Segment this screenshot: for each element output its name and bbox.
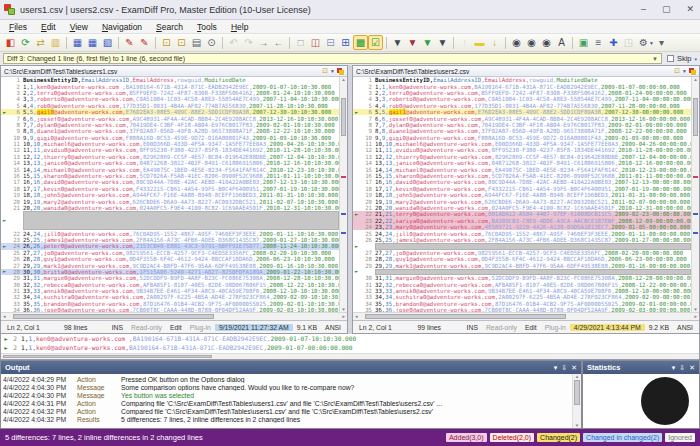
scroll-left-icon[interactable]: ◄ xyxy=(2,314,6,319)
csv-line[interactable]: 1211,11,ovidiu0@adventure-works.com,0FF9… xyxy=(353,147,691,153)
menu-files[interactable]: Files xyxy=(2,22,34,32)
current-diff-combobox[interactable]: Diff 3: Changed 1 line (6, first file) t… xyxy=(3,53,662,64)
csv-line[interactable]: 1312,12,thierry0@adventure-works.com,829… xyxy=(1,154,339,160)
panel-pin-icon[interactable]: ⇩ xyxy=(679,364,685,372)
save-first-icon[interactable]: ▦ xyxy=(85,35,100,50)
header-dropdown-icon[interactable]: ▼ xyxy=(330,68,335,74)
csv-line[interactable]: ►21,1,ken0@adventure-works.com,BA190164-… xyxy=(1,343,699,352)
menu-help[interactable]: Help xyxy=(224,22,255,32)
csv-line[interactable]: 32,2,terri0@adventure-works.com,B5FF9EFD… xyxy=(1,90,339,96)
csv-line[interactable]: 2628,28,guy1@adventure-works.com,0D4F355… xyxy=(1,256,339,262)
csv-line[interactable]: 3032,32,rebecca0@adventure-works.com,AFB… xyxy=(1,282,339,288)
csv-line[interactable]: 1817,17,kevin0@adventure-works.com,F4332… xyxy=(1,186,339,192)
csv-line[interactable]: 2120,20,wanida0@adventure-works.com,024A… xyxy=(353,205,691,211)
header-dropdown-icon[interactable]: ▼ xyxy=(682,68,687,74)
output-log-row[interactable]: 4/4/2022 4:04:30 PMMessageSome compariso… xyxy=(3,383,571,391)
scroll-right-icon[interactable]: ► xyxy=(342,314,346,319)
csv-line[interactable]: 2727,27,jo0@adventure-works.com,98259561… xyxy=(353,250,691,256)
find-icon[interactable]: ◉ xyxy=(509,35,524,50)
scroll-up-icon[interactable]: ▲ xyxy=(340,77,347,82)
menu-view[interactable]: View xyxy=(63,22,95,32)
output-log-row[interactable]: 4/4/2022 4:04:32 PMActionCompared file '… xyxy=(3,407,571,415)
panel-close-icon[interactable]: ✕ xyxy=(689,364,695,372)
combo-dropdown-icon[interactable]: ▼ xyxy=(652,56,658,62)
csv-line[interactable]: 2931,31,margie0@adventure-works.com,52DC… xyxy=(1,275,339,281)
csv-line[interactable]: ►2221,21,terry0@adventure-works.com,001A… xyxy=(353,211,691,217)
csv-line[interactable]: ►2830,30,britta0@adventure-works.com,1F5… xyxy=(1,269,339,275)
next-diff-icon[interactable]: → xyxy=(256,35,271,50)
edit-first-file-icon[interactable]: ✎ xyxy=(122,35,137,50)
csv-line[interactable]: 1918,18,john5@adventure-works.com,A944FC… xyxy=(1,192,339,198)
plugins-icon[interactable]: ✚ xyxy=(606,35,621,50)
csv-line[interactable]: 21,1,ken0@adventure-works.com ,BA190164-… xyxy=(1,83,339,89)
panel-menu-icon[interactable]: ▾ xyxy=(672,364,676,372)
csv-line[interactable]: ►2426,26,peter0@adventure-works.com,2153… xyxy=(1,243,339,249)
csv-line[interactable]: 2729,29,mark1@adventure-works.com,9C9D2A… xyxy=(1,262,339,268)
skip-dropdown-icon[interactable]: ▾ xyxy=(694,56,697,62)
missing-lines-gap[interactable]: ► xyxy=(1,211,339,230)
csv-line[interactable]: 1918,18,john5@adventure-works.com,A944FC… xyxy=(353,192,691,198)
scroll-up-icon[interactable]: ▲ xyxy=(692,77,699,82)
close-button[interactable]: ✕ xyxy=(686,5,694,14)
output-log-row[interactable]: 4/4/2022 4:04:29 PMActionPressed OK butt… xyxy=(3,375,571,383)
filter-edit-icon[interactable]: ▼ xyxy=(435,35,450,50)
csv-line[interactable]: 1BusinessEntityID,EmailAddressID,EmailAd… xyxy=(353,77,691,83)
scroll-left-icon[interactable]: ◄ xyxy=(354,314,358,319)
filter-include-icon[interactable]: ▼ xyxy=(420,35,435,50)
panel-close-icon[interactable]: ✕ xyxy=(571,364,577,372)
layout-split-icon[interactable]: ⊟ xyxy=(323,35,338,50)
csv-line[interactable]: 3133,33,annik0@adventure-works.com,9B34B… xyxy=(1,288,339,294)
recompare-icon[interactable]: ⟳ xyxy=(18,35,33,50)
scroll-right-icon[interactable]: ► xyxy=(694,314,698,319)
csv-line[interactable]: ►21,1,ken0@adventure-works.com ,BA190164… xyxy=(1,334,699,343)
panel-menu-icon[interactable]: ▾ xyxy=(554,364,558,372)
csv-line[interactable]: 1716,16,david0@adventure-works.com,80C9D… xyxy=(353,179,691,185)
first-file-header[interactable]: C:\Src\ExamDiff\Test\Tables\users1.csv ⊡… xyxy=(1,66,347,77)
csv-line[interactable]: 1413,13,janice0@adventure-works.com,0487… xyxy=(1,160,339,166)
output-log-row[interactable]: 4/4/2022 4:04:32 PMResults5 differences:… xyxy=(3,415,571,423)
maximize-button[interactable]: ▢ xyxy=(662,5,671,14)
filter-exclude-icon[interactable]: ▼ xyxy=(405,35,420,50)
skip-checkbox[interactable] xyxy=(667,55,674,62)
save-all-icon[interactable]: ▧ xyxy=(100,35,115,50)
output-log-row[interactable]: 4/4/2022 4:04:30 PMMessageYes button was… xyxy=(3,391,571,399)
csv-line[interactable]: 1211,11,ovidiu0@adventure-works.com,0FF9… xyxy=(1,147,339,153)
csv-line[interactable]: 54,4,rob0@adventure-works.com,177D35D1-0… xyxy=(1,103,339,109)
csv-line[interactable]: 1514,14,michael0@adventure-works.com,EA4… xyxy=(353,166,691,172)
output-log-row[interactable]: 4/4/2022 4:04:31 PMActionComparing file … xyxy=(3,399,571,407)
print-icon[interactable]: ▤ xyxy=(189,35,204,50)
second-file-header[interactable]: C:\Src\ExamDiff\Test\Tables\users2.csv ⊡… xyxy=(353,66,699,77)
inspector-scrollbar[interactable] xyxy=(1,353,699,359)
swap-panes-icon[interactable]: ⇄ xyxy=(33,35,48,50)
first-horizontal-scrollbar[interactable]: ◄ ► xyxy=(1,312,347,320)
copy-block-icon[interactable]: ▬ xyxy=(472,35,487,50)
csv-line[interactable]: 3334,34,suchitra0@adventure-works.com,2A… xyxy=(353,294,691,300)
csv-line[interactable]: 32,2,terri0@adventure-works.com,B5FF9EFD… xyxy=(353,90,691,96)
copy-down-icon[interactable]: ↓ xyxy=(487,35,502,50)
lock-icon[interactable]: ⊡ xyxy=(322,67,328,75)
auto-recompare-icon[interactable]: ☑ xyxy=(368,35,383,50)
output-log[interactable]: ▲▼ 4/4/2022 4:04:29 PMActionPressed OK b… xyxy=(1,374,581,428)
save-icon[interactable]: ▦ xyxy=(70,35,85,50)
csv-line[interactable]: 76,6,jossef0@adventure-works.com,A9C4893… xyxy=(353,115,691,121)
csv-line[interactable]: 3234,34,suchitra0@adventure-works.com,2A… xyxy=(1,294,339,300)
filter-icon[interactable]: ▼ xyxy=(390,35,405,50)
csv-line[interactable]: 54,4,rob0@adventure-works.com,177D35D1-0… xyxy=(353,103,691,109)
show-differences-icon[interactable]: ≡ xyxy=(591,35,606,50)
csv-line[interactable]: 1312,12,thierry0@adventure-works.com,829… xyxy=(353,154,691,160)
output-panel-header[interactable]: Output ▾ ⇩ ✕ xyxy=(1,361,581,374)
csv-line[interactable]: 3435,35,brandon0@adventure-works.com,87D… xyxy=(353,301,691,307)
csv-line[interactable]: 2019,19,mary2@adventure-works.com,626CBD… xyxy=(1,198,339,204)
csv-line[interactable]: 2527,27,jo0@adventure-works.com,98259561… xyxy=(1,250,339,256)
search-icon[interactable]: ⊙ xyxy=(204,35,219,50)
csv-line[interactable]: 2423,23,mary0@adventure-works.com,4E5897… xyxy=(353,224,691,230)
csv-line[interactable]: 87,7,dylan0@adventure-works.com,70419DE4… xyxy=(353,122,691,128)
csv-line[interactable]: 87,7,dylan0@adventure-works.com,70419DE4… xyxy=(1,122,339,128)
second-vertical-scrollbar[interactable]: ▲ ▼ xyxy=(691,77,699,312)
csv-line[interactable]: 2322,22,sariya0@adventure-works.com,BA30… xyxy=(353,218,691,224)
csv-line[interactable]: 1716,16,david0@adventure-works.com,80C9D… xyxy=(1,179,339,185)
csv-line[interactable]: 43,3,roberto0@adventure-works.com,C0A510… xyxy=(1,96,339,102)
menu-edit[interactable]: Edit xyxy=(34,22,63,32)
lock-icon[interactable]: ⊡ xyxy=(674,67,680,75)
csv-line[interactable]: 2828,28,guy1@adventure-works.com,0D4F355… xyxy=(353,256,691,262)
